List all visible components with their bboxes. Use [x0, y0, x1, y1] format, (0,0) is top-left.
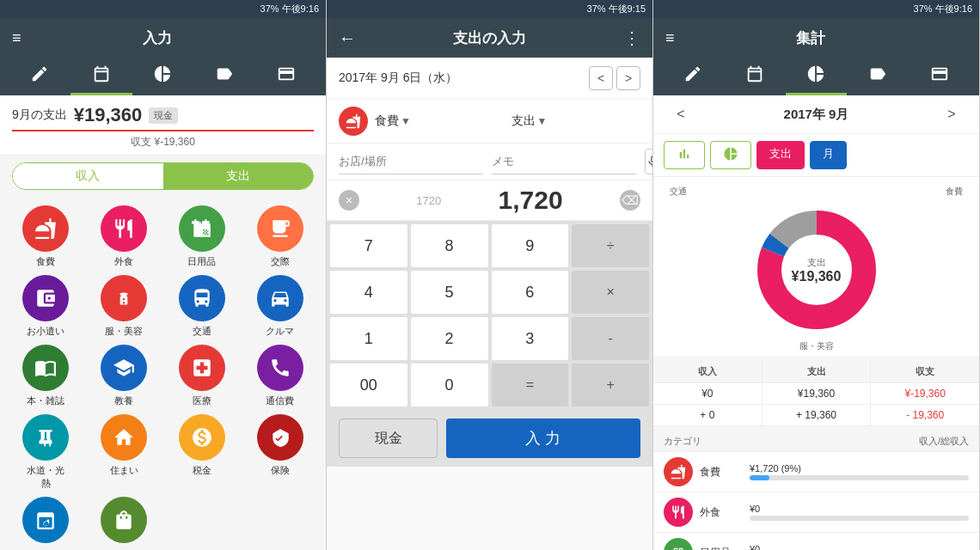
expense-toggle[interactable]: 支出: [163, 163, 314, 189]
mic-button[interactable]: [645, 149, 652, 174]
cat-laundry[interactable]: [10, 497, 82, 547]
cat-communication[interactable]: 通信費: [244, 345, 315, 407]
tab-calendar[interactable]: [70, 58, 132, 95]
key-eq[interactable]: =: [492, 364, 569, 406]
next-month[interactable]: >: [941, 104, 962, 125]
key-mul[interactable]: ×: [572, 271, 649, 314]
cat-dining[interactable]: 外食: [89, 205, 160, 268]
panel3-content: < 2017年 9月 > 支出 月 交通 食費: [653, 95, 979, 550]
cat-social[interactable]: 交際: [244, 205, 315, 268]
shop-input[interactable]: [339, 149, 483, 174]
key-0[interactable]: 0: [411, 364, 488, 406]
cat-row-food[interactable]: 食費 ¥1,720 (9%): [653, 452, 979, 492]
memo-input[interactable]: [492, 149, 636, 174]
next-date[interactable]: >: [616, 66, 640, 90]
panel-entry: 37% 午後9:15 ← 支出の入力 ⋮ 2017年 9月 6日（水） < > …: [327, 0, 653, 550]
view-tabs: 支出 月: [653, 134, 979, 177]
key-4[interactable]: 4: [330, 271, 407, 314]
cat-insurance[interactable]: 保険: [244, 414, 315, 490]
month-navigation: < 2017年 9月 >: [653, 95, 979, 134]
prev-date[interactable]: <: [589, 66, 613, 90]
pie-view-tab[interactable]: [710, 141, 751, 169]
expense-view-tab[interactable]: 支出: [756, 141, 805, 169]
page-title-2: 支出の入力: [453, 28, 526, 48]
cat-label: 通信費: [266, 394, 294, 407]
page-title-3: 集計: [796, 28, 825, 48]
key-9[interactable]: 9: [492, 224, 569, 267]
cat-food[interactable]: 食費: [10, 205, 82, 268]
more-icon[interactable]: ⋮: [623, 28, 640, 48]
tab-card-3[interactable]: [909, 58, 971, 95]
cat-label: 日用品: [187, 255, 216, 268]
key-plus[interactable]: +: [572, 364, 649, 406]
tab-pie[interactable]: [132, 58, 194, 95]
tab-edit-3[interactable]: [662, 58, 724, 95]
tab-card[interactable]: [255, 58, 317, 95]
key-1[interactable]: 1: [330, 317, 407, 360]
month-view-tab[interactable]: 月: [810, 141, 847, 169]
legend-transport: 交通: [670, 186, 687, 198]
tab-tag[interactable]: [193, 58, 255, 95]
cat-books[interactable]: 本・雑誌: [10, 345, 82, 407]
action-row: 現金 入 力: [327, 410, 652, 467]
menu-icon[interactable]: ≡: [12, 29, 21, 47]
date-navigation: 2017年 9月 6日（水） < >: [327, 58, 652, 100]
expense-val-2: + 19,360: [763, 405, 872, 425]
key-2[interactable]: 2: [411, 317, 488, 360]
cat-food-amount: ¥1,720 (9%): [750, 463, 969, 474]
back-icon[interactable]: ←: [339, 28, 356, 48]
amount-display-row: × 1720 1,720 ⌫: [327, 180, 652, 221]
income-toggle[interactable]: 収入: [13, 163, 163, 189]
summary-label: 9月の支出: [12, 107, 67, 123]
income-expense-toggle: 収入 支出: [12, 162, 314, 190]
cat-label: 本・雑誌: [27, 394, 64, 407]
tab-tag-3[interactable]: [847, 58, 909, 95]
key-minus[interactable]: -: [572, 317, 649, 360]
cash-method-button[interactable]: 現金: [339, 419, 438, 458]
cat-label: 食費: [36, 255, 55, 268]
donut-label: 支出: [792, 256, 842, 269]
page-title-1: 入力: [143, 28, 172, 48]
clear-button[interactable]: ×: [339, 190, 359, 211]
cat-housing[interactable]: 住まい: [89, 414, 160, 490]
key-5[interactable]: 5: [411, 271, 488, 314]
backspace-button[interactable]: ⌫: [620, 190, 640, 211]
status-bar-3: 37% 午後9:16: [653, 0, 979, 18]
cat-transport[interactable]: 交通: [167, 275, 238, 338]
cat-label: 服・美容: [105, 325, 143, 338]
cat-tax[interactable]: 税金: [167, 414, 238, 490]
panel1-content: 9月の支出 ¥19,360 現金 収支 ¥-19,360 収入 支出 食費: [0, 95, 326, 550]
enter-button[interactable]: 入 力: [446, 419, 640, 458]
key-6[interactable]: 6: [492, 271, 569, 314]
category-dropdown[interactable]: 食費 ▼: [375, 113, 505, 129]
cat-bag[interactable]: [89, 497, 160, 547]
cat-row-daily[interactable]: 日用品 ¥0: [653, 533, 979, 550]
type-dropdown[interactable]: 支出 ▼: [511, 113, 641, 129]
cat-row-dining[interactable]: 外食 ¥0: [653, 492, 979, 533]
key-8[interactable]: 8: [411, 224, 488, 267]
cat-utilities[interactable]: 水道・光熱: [10, 414, 82, 490]
tab-bar-3: [653, 58, 979, 95]
cat-section-header: カテゴリ 収入/総収入: [653, 431, 979, 452]
cat-car[interactable]: クルマ: [244, 275, 315, 338]
key-00[interactable]: 00: [330, 364, 407, 406]
cat-fashion[interactable]: 服・美容: [89, 275, 160, 338]
menu-icon-3[interactable]: ≡: [665, 29, 675, 47]
cat-education[interactable]: 教養: [89, 345, 160, 407]
cat-medical[interactable]: 医療: [167, 345, 238, 407]
cat-dining-bar: [750, 516, 969, 521]
prev-month[interactable]: <: [671, 104, 691, 125]
cat-label: 税金: [193, 464, 211, 477]
tab-pie-3[interactable]: [786, 58, 848, 95]
key-div[interactable]: ÷: [572, 224, 649, 267]
nav-bar-2: ← 支出の入力 ⋮: [327, 18, 652, 58]
tab-edit[interactable]: [9, 58, 70, 95]
key-7[interactable]: 7: [330, 224, 407, 267]
expense-val-1: ¥19,360: [763, 383, 872, 404]
cat-allowance[interactable]: お小遣い: [10, 275, 82, 338]
cat-daily[interactable]: 日用品: [167, 205, 238, 268]
tab-cal-3[interactable]: [724, 58, 786, 95]
key-3[interactable]: 3: [492, 317, 569, 360]
bar-view-tab[interactable]: [664, 141, 705, 169]
cat-label: 交際: [271, 255, 290, 268]
